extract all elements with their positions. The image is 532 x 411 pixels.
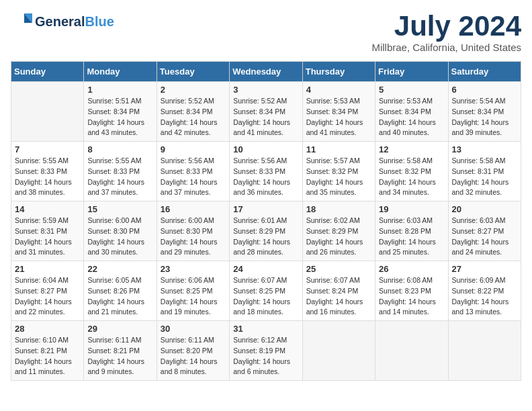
calendar-cell: 28Sunrise: 6:10 AM Sunset: 8:21 PM Dayli…	[11, 321, 84, 381]
cell-content: Sunrise: 5:56 AM Sunset: 8:33 PM Dayligh…	[233, 156, 298, 198]
header-day-saturday: Saturday	[448, 62, 521, 82]
cell-content: Sunrise: 6:04 AM Sunset: 8:27 PM Dayligh…	[15, 275, 80, 318]
logo: GeneralBlue	[11, 11, 114, 32]
day-number: 18	[306, 204, 371, 214]
cell-content: Sunrise: 5:55 AM Sunset: 8:33 PM Dayligh…	[87, 156, 152, 198]
day-number: 24	[233, 264, 298, 274]
cell-content: Sunrise: 6:11 AM Sunset: 8:20 PM Dayligh…	[161, 335, 226, 377]
calendar-week-2: 7Sunrise: 5:55 AM Sunset: 8:33 PM Daylig…	[11, 142, 521, 201]
calendar-cell: 7Sunrise: 5:55 AM Sunset: 8:33 PM Daylig…	[11, 142, 84, 201]
day-number: 22	[87, 264, 152, 274]
calendar-cell: 11Sunrise: 5:57 AM Sunset: 8:32 PM Dayli…	[302, 142, 375, 201]
calendar-cell: 6Sunrise: 5:54 AM Sunset: 8:34 PM Daylig…	[448, 82, 521, 142]
header-day-thursday: Thursday	[302, 62, 375, 82]
cell-content: Sunrise: 6:01 AM Sunset: 8:29 PM Dayligh…	[233, 216, 298, 258]
day-number: 21	[15, 264, 80, 274]
calendar-cell: 26Sunrise: 6:08 AM Sunset: 8:23 PM Dayli…	[375, 261, 448, 321]
month-title: July 2024	[371, 11, 521, 42]
day-number: 23	[161, 264, 226, 274]
cell-content: Sunrise: 6:05 AM Sunset: 8:26 PM Dayligh…	[87, 275, 152, 318]
calendar-cell: 8Sunrise: 5:55 AM Sunset: 8:33 PM Daylig…	[84, 142, 157, 201]
day-number: 26	[379, 264, 444, 274]
calendar-cell: 27Sunrise: 6:09 AM Sunset: 8:22 PM Dayli…	[448, 261, 521, 321]
calendar-cell: 29Sunrise: 6:11 AM Sunset: 8:21 PM Dayli…	[84, 321, 157, 381]
calendar-cell: 10Sunrise: 5:56 AM Sunset: 8:33 PM Dayli…	[230, 142, 302, 201]
calendar-cell: 23Sunrise: 6:06 AM Sunset: 8:25 PM Dayli…	[157, 261, 229, 321]
calendar-cell: 18Sunrise: 6:02 AM Sunset: 8:29 PM Dayli…	[302, 201, 375, 261]
calendar-week-3: 14Sunrise: 5:59 AM Sunset: 8:31 PM Dayli…	[11, 201, 521, 261]
cell-content: Sunrise: 6:08 AM Sunset: 8:23 PM Dayligh…	[379, 275, 444, 318]
header-day-monday: Monday	[84, 62, 157, 82]
calendar-cell: 15Sunrise: 6:00 AM Sunset: 8:30 PM Dayli…	[84, 201, 157, 261]
cell-content: Sunrise: 5:54 AM Sunset: 8:34 PM Dayligh…	[452, 96, 517, 138]
location-title: Millbrae, California, United States	[371, 42, 521, 53]
calendar-table: SundayMondayTuesdayWednesdayThursdayFrid…	[11, 61, 521, 381]
day-number: 11	[306, 144, 371, 154]
day-number: 29	[87, 324, 152, 334]
calendar-cell	[11, 82, 84, 142]
cell-content: Sunrise: 5:57 AM Sunset: 8:32 PM Dayligh…	[306, 156, 371, 198]
calendar-cell: 5Sunrise: 5:53 AM Sunset: 8:34 PM Daylig…	[375, 82, 448, 142]
cell-content: Sunrise: 5:53 AM Sunset: 8:34 PM Dayligh…	[306, 96, 371, 138]
calendar-cell: 12Sunrise: 5:58 AM Sunset: 8:32 PM Dayli…	[375, 142, 448, 201]
day-number: 13	[452, 144, 517, 154]
title-area: July 2024 Millbrae, California, United S…	[371, 11, 521, 53]
day-number: 16	[161, 204, 226, 214]
calendar-cell: 25Sunrise: 6:07 AM Sunset: 8:24 PM Dayli…	[302, 261, 375, 321]
calendar-cell: 4Sunrise: 5:53 AM Sunset: 8:34 PM Daylig…	[302, 82, 375, 142]
cell-content: Sunrise: 5:55 AM Sunset: 8:33 PM Dayligh…	[15, 156, 80, 198]
day-number: 25	[306, 264, 371, 274]
day-number: 14	[15, 204, 80, 214]
cell-content: Sunrise: 6:07 AM Sunset: 8:25 PM Dayligh…	[233, 275, 298, 318]
calendar-cell: 14Sunrise: 5:59 AM Sunset: 8:31 PM Dayli…	[11, 201, 84, 261]
cell-content: Sunrise: 6:07 AM Sunset: 8:24 PM Dayligh…	[306, 275, 371, 318]
calendar-cell	[448, 321, 521, 381]
day-number: 31	[233, 324, 298, 334]
day-number: 3	[233, 85, 298, 95]
calendar-cell: 17Sunrise: 6:01 AM Sunset: 8:29 PM Dayli…	[230, 201, 302, 261]
calendar-cell	[375, 321, 448, 381]
day-number: 7	[15, 144, 80, 154]
calendar-week-1: 1Sunrise: 5:51 AM Sunset: 8:34 PM Daylig…	[11, 82, 521, 142]
calendar-cell: 16Sunrise: 6:00 AM Sunset: 8:30 PM Dayli…	[157, 201, 229, 261]
cell-content: Sunrise: 5:52 AM Sunset: 8:34 PM Dayligh…	[161, 96, 226, 138]
day-number: 12	[379, 144, 444, 154]
day-number: 9	[161, 144, 226, 154]
cell-content: Sunrise: 6:11 AM Sunset: 8:21 PM Dayligh…	[87, 335, 152, 377]
calendar-cell: 20Sunrise: 6:03 AM Sunset: 8:27 PM Dayli…	[448, 201, 521, 261]
cell-content: Sunrise: 6:00 AM Sunset: 8:30 PM Dayligh…	[161, 216, 226, 258]
day-number: 1	[87, 85, 152, 95]
calendar-cell: 21Sunrise: 6:04 AM Sunset: 8:27 PM Dayli…	[11, 261, 84, 321]
day-number: 2	[161, 85, 226, 95]
calendar-cell: 1Sunrise: 5:51 AM Sunset: 8:34 PM Daylig…	[84, 82, 157, 142]
calendar-cell: 9Sunrise: 5:56 AM Sunset: 8:33 PM Daylig…	[157, 142, 229, 201]
logo-name: GeneralBlue	[35, 14, 114, 29]
cell-content: Sunrise: 6:00 AM Sunset: 8:30 PM Dayligh…	[87, 216, 152, 258]
day-number: 10	[233, 144, 298, 154]
calendar-week-5: 28Sunrise: 6:10 AM Sunset: 8:21 PM Dayli…	[11, 321, 521, 381]
day-number: 4	[306, 85, 371, 95]
cell-content: Sunrise: 6:03 AM Sunset: 8:28 PM Dayligh…	[379, 216, 444, 258]
cell-content: Sunrise: 6:02 AM Sunset: 8:29 PM Dayligh…	[306, 216, 371, 258]
header-day-sunday: Sunday	[11, 62, 84, 82]
calendar-week-4: 21Sunrise: 6:04 AM Sunset: 8:27 PM Dayli…	[11, 261, 521, 321]
calendar-cell: 30Sunrise: 6:11 AM Sunset: 8:20 PM Dayli…	[157, 321, 229, 381]
cell-content: Sunrise: 5:56 AM Sunset: 8:33 PM Dayligh…	[161, 156, 226, 198]
day-number: 28	[15, 324, 80, 334]
day-number: 17	[233, 204, 298, 214]
calendar-cell	[302, 321, 375, 381]
cell-content: Sunrise: 6:09 AM Sunset: 8:22 PM Dayligh…	[452, 275, 517, 318]
calendar-cell: 19Sunrise: 6:03 AM Sunset: 8:28 PM Dayli…	[375, 201, 448, 261]
calendar-cell: 13Sunrise: 5:58 AM Sunset: 8:31 PM Dayli…	[448, 142, 521, 201]
calendar-cell: 24Sunrise: 6:07 AM Sunset: 8:25 PM Dayli…	[230, 261, 302, 321]
cell-content: Sunrise: 5:58 AM Sunset: 8:31 PM Dayligh…	[452, 156, 517, 198]
header: GeneralBlue July 2024 Millbrae, Californ…	[11, 11, 521, 53]
calendar-cell: 22Sunrise: 6:05 AM Sunset: 8:26 PM Dayli…	[84, 261, 157, 321]
cell-content: Sunrise: 5:52 AM Sunset: 8:34 PM Dayligh…	[233, 96, 298, 138]
day-number: 19	[379, 204, 444, 214]
cell-content: Sunrise: 6:12 AM Sunset: 8:19 PM Dayligh…	[233, 335, 298, 377]
day-number: 30	[161, 324, 226, 334]
day-number: 27	[452, 264, 517, 274]
cell-content: Sunrise: 5:51 AM Sunset: 8:34 PM Dayligh…	[87, 96, 152, 138]
header-day-wednesday: Wednesday	[230, 62, 302, 82]
